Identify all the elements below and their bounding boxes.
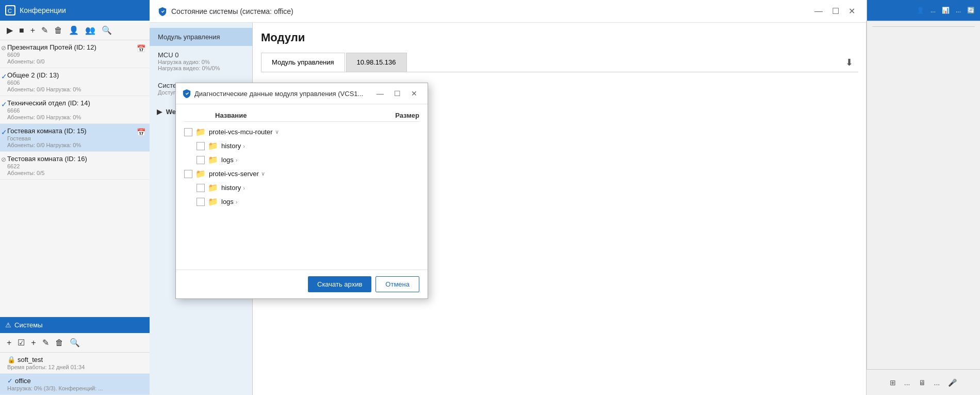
conf-title-1: Презентация Протей (ID: 12) <box>7 43 144 51</box>
diag-close-button[interactable]: ✕ <box>407 88 421 99</box>
conference-toolbar: ▶ ■ + ✎ 🗑 👤 👥 🔍 <box>0 21 150 40</box>
maximize-button[interactable]: ☐ <box>829 5 842 17</box>
mcu0-sub: Нагрузка аудио: 0% <box>158 59 244 65</box>
grid-icon[interactable]: ⊞ <box>890 378 896 387</box>
right-top-dots2: ... <box>956 7 961 14</box>
check-icon-2: ✓ <box>1 72 7 81</box>
edit-sys-button[interactable]: ✎ <box>41 336 51 349</box>
right-top: 👤 ... 📊 ... 🔄 <box>867 0 980 21</box>
chevron-server-history[interactable]: › <box>243 185 245 191</box>
chevron-server-logs[interactable]: › <box>236 199 238 205</box>
cancel-button[interactable]: Отмена <box>375 276 419 292</box>
systems-icon: ⚠ <box>5 321 11 329</box>
system-window-titlebar: Состояние системы (система: office) — ☐ … <box>150 0 867 23</box>
delete-sys-button[interactable]: 🗑 <box>54 337 65 349</box>
add2-sys-button[interactable]: + <box>29 337 37 349</box>
folder-name-router-history: history › <box>221 142 419 150</box>
minimize-button[interactable]: — <box>811 5 826 17</box>
sys-title-2: ✓ office <box>7 377 144 385</box>
right-top-dots1: ... <box>930 7 936 14</box>
conf-item-3[interactable]: ✓ Технический отдел (ID: 14) 6666 Абонен… <box>0 96 150 124</box>
diag-dialog-title: Диагностические данные модуля управления… <box>194 90 363 98</box>
users-conf-button[interactable]: 👥 <box>84 24 97 37</box>
checkbox-server-logs[interactable] <box>197 198 205 206</box>
monitor-icon[interactable]: 🖥 <box>919 378 926 387</box>
systems-title: Системы <box>14 321 42 329</box>
close-window-button[interactable]: ✕ <box>845 5 858 17</box>
folder-name-server-logs: logs › <box>221 198 419 206</box>
folder-icon-server-logs: 📁 <box>208 197 218 207</box>
diag-shield-icon <box>182 89 191 98</box>
sys-sub-1: Время работы: 12 дней 01:34 <box>7 364 144 370</box>
folder-name-server: protei-vcs-server ∨ <box>209 170 419 178</box>
conf-item-2[interactable]: ✓ Общее 2 (ID: 13) 6606 Абоненты: 0/0 На… <box>0 68 150 96</box>
mcu0-sub2: Нагрузка видео: 0%/0% <box>158 65 244 71</box>
add-sys-button[interactable]: + <box>5 337 13 349</box>
conf-title-2: Общее 2 (ID: 13) <box>7 71 144 79</box>
system-window-title: Состояние системы (система: office) <box>158 7 293 16</box>
tree-item-router-logs: 📁 logs › <box>197 153 419 167</box>
router-children: 📁 history › 📁 logs › <box>184 139 419 167</box>
right-top-icon2[interactable]: 📊 <box>942 7 950 14</box>
play-button[interactable]: ▶ <box>5 24 14 37</box>
conf-sub-3b: Абоненты: 0/0 Нагрузка: 0% <box>7 114 144 120</box>
edit-conf-button[interactable]: ✎ <box>40 24 50 37</box>
conf-sub-5a: 6622 <box>7 163 144 169</box>
conf-title-5: Тестовая комната (ID: 16) <box>7 155 144 163</box>
download-module-button[interactable]: ⬇ <box>840 53 858 72</box>
mcu0-label: MCU 0 <box>158 51 244 59</box>
search-conf-button[interactable]: 🔍 <box>100 24 113 37</box>
mic-icon[interactable]: 🎤 <box>948 378 957 387</box>
check-sys-button[interactable]: ☑ <box>16 336 26 349</box>
folder-icon-router-logs: 📁 <box>208 155 218 165</box>
system-window-controls: — ☐ ✕ <box>811 5 858 17</box>
system-window-title-text: Состояние системы (система: office) <box>171 7 293 15</box>
folder-icon-server-history: 📁 <box>208 183 218 193</box>
app-titlebar: C Конференции <box>0 0 150 21</box>
checkbox-server[interactable] <box>184 170 192 178</box>
conf-item-5[interactable]: ⊘ Тестовая комната (ID: 16) 6622 Абонент… <box>0 152 150 180</box>
chevron-router-history[interactable]: › <box>243 143 245 149</box>
right-top-icon3[interactable]: 🔄 <box>967 7 975 14</box>
conf-sub-1a: 6609 <box>7 52 144 58</box>
sys-item-2[interactable]: ✓ office Нагрузка: 0% (3/3). Конференций… <box>0 374 150 395</box>
diag-footer: Скачать архив Отмена <box>176 270 428 298</box>
right-bottom: ⊞ ... 🖥 ... 🎤 <box>867 369 980 395</box>
download-archive-button[interactable]: Скачать архив <box>308 276 371 292</box>
sidebar: C Конференции ▶ ■ + ✎ 🗑 👤 👥 🔍 ⊘ Презента… <box>0 0 150 395</box>
user-conf-button[interactable]: 👤 <box>67 24 80 37</box>
conf-title-3: Технический отдел (ID: 14) <box>7 99 144 107</box>
right-top-icon1[interactable]: 👤 <box>917 7 924 14</box>
diag-body: Название Размер 📁 protei-vcs-mcu-router … <box>176 104 428 270</box>
diag-maximize-button[interactable]: ☐ <box>390 88 405 99</box>
search-sys-button[interactable]: 🔍 <box>68 336 81 349</box>
sidebar-panel-management[interactable]: Модуль управления <box>150 28 252 46</box>
folder-name-server-history: history › <box>221 184 419 192</box>
conf-sub-3a: 6666 <box>7 107 144 114</box>
conf-sub-2a: 6606 <box>7 80 144 86</box>
chevron-router-logs[interactable]: › <box>236 157 238 163</box>
module-tab-ip[interactable]: 10.98.15.136 <box>346 53 407 72</box>
checkbox-server-history[interactable] <box>197 184 205 192</box>
circle-icon-1: ⊘ <box>1 44 6 52</box>
module-ip-text: 10.98.15.136 <box>357 58 396 66</box>
sys-item-1[interactable]: 🔒 soft_test Время работы: 12 дней 01:34 <box>0 353 150 374</box>
diag-minimize-button[interactable]: — <box>372 88 388 99</box>
add-conf-button[interactable]: + <box>29 24 37 37</box>
diag-dialog: Диагностические данные модуля управления… <box>175 83 428 299</box>
right-panel: 👤 ... 📊 ... 🔄 ⊞ ... 🖥 ... 🎤 <box>867 0 980 395</box>
delete-conf-button[interactable]: 🗑 <box>53 24 64 37</box>
chevron-server[interactable]: ∨ <box>261 170 265 177</box>
module-tab-management[interactable]: Модуль управления <box>261 53 345 72</box>
stop-button[interactable]: ■ <box>18 24 26 37</box>
checkbox-router-history[interactable] <box>197 142 205 150</box>
chevron-router[interactable]: ∨ <box>275 129 279 135</box>
checkbox-router[interactable] <box>184 128 192 136</box>
checkbox-router-logs[interactable] <box>197 156 205 164</box>
conf-item-1[interactable]: ⊘ Презентация Протей (ID: 12) 6609 Абоне… <box>0 40 150 68</box>
sidebar-panel-mcu0[interactable]: MCU 0 Нагрузка аудио: 0% Нагрузка видео:… <box>150 46 252 76</box>
conf-sub-5b: Абоненты: 0/5 <box>7 170 144 176</box>
conference-list: ⊘ Презентация Протей (ID: 12) 6609 Абоне… <box>0 40 150 317</box>
conf-item-4[interactable]: ✓ Гостевая комната (ID: 15) Гостевая Або… <box>0 124 150 152</box>
right-divider-line <box>872 26 975 27</box>
